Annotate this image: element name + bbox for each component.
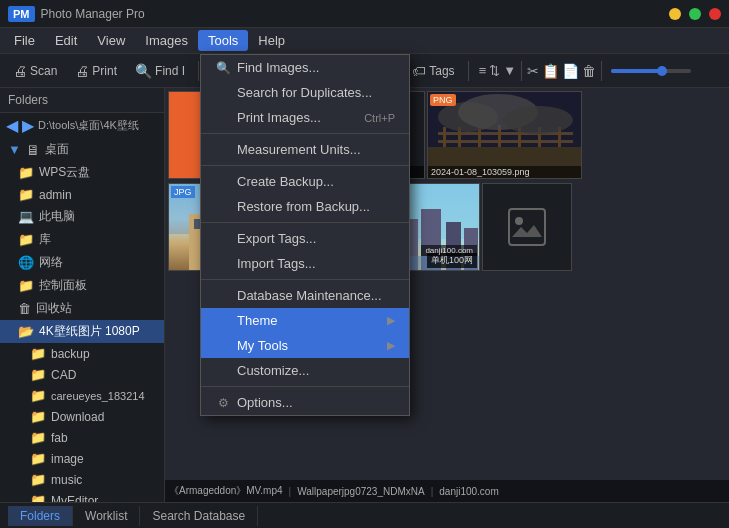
zoom-slider[interactable] <box>611 69 691 73</box>
menu-tools[interactable]: Tools <box>198 30 248 51</box>
sidebar-item-wps[interactable]: 📁 WPS云盘 <box>0 161 164 184</box>
menu-measurement[interactable]: Measurement Units... <box>201 137 409 162</box>
status-bar: Folders Worklist Search Database <box>0 502 729 528</box>
sidebar-item-cad[interactable]: 📁 CAD <box>0 364 164 385</box>
label-separator: | <box>289 486 292 497</box>
maximize-button[interactable] <box>689 8 701 20</box>
sidebar-item-backup[interactable]: 📁 backup <box>0 343 164 364</box>
scan-button[interactable]: 🖨 Scan <box>6 60 64 82</box>
options-label: Options... <box>237 395 293 410</box>
theme-arrow-icon: ▶ <box>387 314 395 327</box>
nav-forward-button[interactable]: ▶ <box>22 116 34 135</box>
app-title: Photo Manager Pro <box>41 7 145 21</box>
network-icon: 🌐 <box>18 255 34 270</box>
menu-theme[interactable]: Theme ▶ <box>201 308 409 333</box>
menu-db-maintenance[interactable]: Database Maintenance... <box>201 283 409 308</box>
status-tab-search-db[interactable]: Search Database <box>140 506 258 526</box>
sort-icon[interactable]: ⇅ <box>489 63 500 78</box>
sidebar-item-library[interactable]: 📁 库 <box>0 228 164 251</box>
menu-sep-1 <box>201 133 409 134</box>
menu-search-dupes[interactable]: Search for Duplicates... <box>201 80 409 105</box>
minimize-button[interactable] <box>669 8 681 20</box>
tags-label: Tags <box>429 64 454 78</box>
find-label: Find I <box>155 64 185 78</box>
svg-point-16 <box>503 106 573 134</box>
copy-icon[interactable]: 📋 <box>542 63 559 79</box>
menu-view[interactable]: View <box>87 30 135 51</box>
trash-icon: 🗑 <box>18 301 31 316</box>
find-images-label: Find Images... <box>237 60 319 75</box>
tags-button[interactable]: 🏷 Tags <box>405 60 461 82</box>
sidebar-label-cad: CAD <box>51 368 76 382</box>
sidebar-label-library: 库 <box>39 231 51 248</box>
close-button[interactable] <box>709 8 721 20</box>
menu-export-tags[interactable]: Export Tags... <box>201 226 409 251</box>
menu-sep-3 <box>201 222 409 223</box>
sidebar-item-myeditor[interactable]: 📁 MyEditor <box>0 490 164 502</box>
sidebar-label-myeditor: MyEditor <box>51 494 98 503</box>
menu-import-tags[interactable]: Import Tags... <box>201 251 409 276</box>
zoom-slider-thumb <box>657 66 667 76</box>
menu-images[interactable]: Images <box>135 30 198 51</box>
sidebar-item-computer[interactable]: 💻 此电脑 <box>0 205 164 228</box>
svg-point-39 <box>515 217 523 225</box>
tools-menu[interactable]: 🔍 Find Images... Search for Duplicates..… <box>200 54 410 416</box>
menu-create-backup[interactable]: Create Backup... <box>201 169 409 194</box>
sidebar-label-music: music <box>51 473 82 487</box>
filter-icon[interactable]: ▼ <box>503 63 516 78</box>
status-tab-worklist[interactable]: Worklist <box>73 506 140 526</box>
toolbar-separator-1 <box>198 61 199 81</box>
menu-help[interactable]: Help <box>248 30 295 51</box>
sidebar-item-fab[interactable]: 📁 fab <box>0 427 164 448</box>
sidebar-item-image[interactable]: 📁 image <box>0 448 164 469</box>
nav-back-button[interactable]: ◀ <box>6 116 18 135</box>
menu-restore-backup[interactable]: Restore from Backup... <box>201 194 409 219</box>
status-tab-folders[interactable]: Folders <box>8 506 73 526</box>
menu-options[interactable]: ⚙ Options... <box>201 390 409 415</box>
site-label: danji100.com <box>439 486 498 497</box>
menu-file[interactable]: File <box>4 30 45 51</box>
menu-find-images[interactable]: 🔍 Find Images... <box>201 55 409 80</box>
sidebar-item-desktop[interactable]: ▼ 🖥 桌面 <box>0 138 164 161</box>
thumb-icon-placeholder[interactable] <box>482 183 572 271</box>
sidebar-item-4k[interactable]: 📂 4K壁纸图片 1080P <box>0 320 164 343</box>
zoom-icons[interactable]: ≡ <box>479 63 487 78</box>
print-icon: 🖨 <box>75 63 89 79</box>
menu-my-tools[interactable]: My Tools ▶ <box>201 333 409 358</box>
folder-music: 📁 <box>30 472 46 487</box>
folder-care: 📁 <box>30 388 46 403</box>
menu-sep-4 <box>201 279 409 280</box>
sidebar-item-careueyes[interactable]: 📁 careueyes_183214 <box>0 385 164 406</box>
delete-icon[interactable]: 🗑 <box>582 63 596 79</box>
folder-icon-ctrl: 📁 <box>18 278 34 293</box>
menu-edit[interactable]: Edit <box>45 30 87 51</box>
paste-icon[interactable]: 📄 <box>562 63 579 79</box>
menu-customize[interactable]: Customize... <box>201 358 409 383</box>
sidebar-item-trash[interactable]: 🗑 回收站 <box>0 297 164 320</box>
window-controls <box>669 8 721 20</box>
sidebar-item-music[interactable]: 📁 music <box>0 469 164 490</box>
cloud-label: 2024-01-08_103059.png <box>428 166 581 178</box>
menu-print-images[interactable]: Print Images... Ctrl+P <box>201 105 409 130</box>
find-button[interactable]: 🔍 Find I <box>128 60 192 82</box>
jpg-badge: JPG <box>171 186 195 198</box>
sidebar-item-download[interactable]: 📁 Download <box>0 406 164 427</box>
sidebar-item-control[interactable]: 📁 控制面板 <box>0 274 164 297</box>
app-logo: PM <box>8 6 35 22</box>
folder-open-4k: 📂 <box>18 324 34 339</box>
cut-icon[interactable]: ✂ <box>527 63 539 79</box>
folder-img: 📁 <box>30 451 46 466</box>
find-icon: 🔍 <box>135 63 152 79</box>
sep2 <box>601 61 602 81</box>
print-button[interactable]: 🖨 Print <box>68 60 124 82</box>
wallpaper-label: Wallpaperjpg0723_NDMxNA <box>297 486 424 497</box>
import-tags-label: Import Tags... <box>237 256 316 271</box>
placeholder-bg <box>483 184 571 270</box>
sidebar-path: D:\tools\桌面\4K壁纸 <box>38 118 158 133</box>
sidebar-item-admin[interactable]: 📁 admin <box>0 184 164 205</box>
thumb-dark-cloud[interactable]: PNG 2024-01-08_103059.png <box>427 91 582 179</box>
folder-cad: 📁 <box>30 367 46 382</box>
sidebar-item-network[interactable]: 🌐 网络 <box>0 251 164 274</box>
print-shortcut: Ctrl+P <box>364 112 395 124</box>
title-bar: PM Photo Manager Pro <box>0 0 729 28</box>
